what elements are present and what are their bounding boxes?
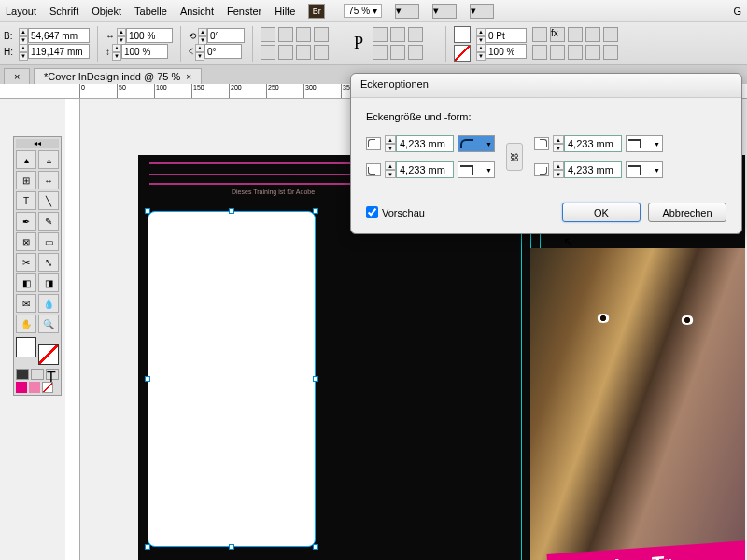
close-icon[interactable]: ×	[186, 72, 191, 82]
menu-right[interactable]: G	[733, 6, 741, 17]
selection-tool[interactable]: ▴	[16, 150, 36, 169]
scissors-tool[interactable]: ✂	[16, 253, 36, 272]
screen-mode-dropdown[interactable]: ▾	[432, 4, 457, 19]
top-left-shape[interactable]: ▼	[458, 135, 495, 152]
bottom-left-size[interactable]	[396, 161, 454, 178]
distribute-icon[interactable]	[278, 45, 293, 60]
scaley-field[interactable]	[121, 44, 168, 59]
selection-handle[interactable]	[145, 376, 150, 382]
selection-handle[interactable]	[145, 208, 150, 214]
flip-v-icon[interactable]	[278, 27, 293, 42]
free-transform-tool[interactable]: ⤡	[38, 253, 59, 272]
ok-button[interactable]: OK	[562, 203, 641, 222]
align-icon[interactable]	[261, 45, 275, 60]
menu-objekt[interactable]: Objekt	[92, 6, 121, 17]
apply-text-icon[interactable]: T	[46, 369, 59, 380]
menu-ansicht[interactable]: Ansicht	[180, 6, 214, 17]
bl-down[interactable]: ▼	[385, 170, 396, 178]
tl-down[interactable]: ▼	[385, 144, 396, 152]
apply-gradient-icon[interactable]	[31, 369, 44, 380]
stroke-weight-field[interactable]	[486, 28, 527, 43]
bl-up[interactable]: ▲	[385, 161, 396, 170]
flip-h-icon[interactable]	[261, 27, 275, 42]
selection-handle[interactable]	[229, 544, 234, 550]
center-icon[interactable]	[314, 45, 329, 60]
note-tool[interactable]: ✉	[16, 294, 36, 313]
rotate-field[interactable]	[207, 28, 245, 43]
zoom-select[interactable]: 75 % ▾	[344, 4, 382, 18]
placed-image[interactable]: InDesign-Tr 12 h Video-Training & 8 rein…	[530, 248, 745, 560]
hand-tool[interactable]: ✋	[16, 315, 36, 333]
preview-checkbox[interactable]: Vorschau	[366, 206, 425, 218]
type-tool[interactable]: T	[16, 191, 36, 210]
color-none[interactable]	[42, 382, 53, 393]
arrange-dropdown[interactable]: ▾	[470, 4, 494, 19]
br-down[interactable]: ▼	[553, 170, 564, 178]
selection-handle[interactable]	[313, 208, 318, 214]
br-up[interactable]: ▲	[553, 161, 564, 170]
promo-box[interactable]: InDesign-Tr 12 h Video-Training & 8 rein…	[546, 539, 745, 560]
direct-selection-tool[interactable]: ▵	[38, 150, 59, 169]
rectangle-tool[interactable]: ▭	[38, 232, 59, 251]
rotate-ccw-icon[interactable]	[314, 27, 329, 42]
stroke-swatch[interactable]	[454, 45, 471, 62]
apply-color-icon[interactable]	[16, 369, 29, 380]
fit-icon[interactable]	[296, 45, 311, 60]
tab-close-left[interactable]: ×	[4, 68, 30, 84]
bottom-right-shape[interactable]: ▼	[626, 161, 663, 178]
menu-schrift[interactable]: Schrift	[49, 6, 78, 17]
cancel-button[interactable]: Abbrechen	[648, 203, 726, 222]
menu-hilfe[interactable]: Hilfe	[275, 6, 295, 17]
width-up[interactable]: ▲	[19, 28, 28, 36]
page-tool[interactable]: ⊞	[16, 171, 36, 189]
top-right-size[interactable]	[564, 135, 622, 152]
bottom-right-size[interactable]	[564, 161, 622, 178]
color-pink[interactable]	[29, 382, 40, 393]
tools-header[interactable]: ◂◂	[16, 139, 59, 148]
menu-layout[interactable]: Layout	[6, 6, 36, 17]
gap-tool[interactable]: ↔	[38, 171, 59, 189]
pencil-tool[interactable]: ✎	[38, 212, 59, 231]
tl-up[interactable]: ▲	[385, 135, 396, 144]
gradient-feather-tool[interactable]: ◨	[38, 273, 59, 292]
height-up[interactable]: ▲	[19, 44, 28, 52]
selection-handle[interactable]	[229, 208, 234, 214]
bottom-left-shape[interactable]: ▼	[458, 161, 495, 178]
pen-tool[interactable]: ✒	[16, 212, 36, 231]
selected-rectangle[interactable]	[148, 211, 316, 547]
dialog-title[interactable]: Eckenoptionen	[351, 74, 741, 98]
fill-swatch[interactable]	[454, 26, 471, 43]
opacity-field[interactable]	[486, 44, 527, 59]
scalex-field[interactable]	[126, 28, 173, 43]
link-corners-icon[interactable]: ⛓	[506, 143, 523, 171]
view-mode-dropdown[interactable]: ▾	[395, 4, 419, 19]
zoom-tool[interactable]: 🔍	[38, 315, 59, 333]
color-magenta[interactable]	[16, 382, 27, 393]
preview-check-input[interactable]	[366, 206, 378, 218]
fill-stroke-swatch[interactable]	[16, 337, 59, 365]
menu-tabelle[interactable]: Tabelle	[134, 6, 167, 17]
menu-fenster[interactable]: Fenster	[227, 6, 261, 17]
fill-color[interactable]	[16, 337, 36, 357]
width-field[interactable]	[28, 28, 90, 43]
selection-handle[interactable]	[145, 544, 150, 550]
rotate-cw-icon[interactable]	[296, 27, 311, 42]
height-field[interactable]	[28, 44, 90, 59]
rectangle-frame-tool[interactable]: ⊠	[16, 232, 36, 251]
selection-handle[interactable]	[313, 544, 318, 550]
eyedropper-tool[interactable]: 💧	[38, 294, 59, 313]
ruler-vertical[interactable]	[65, 99, 80, 560]
paragraph-icon[interactable]: P	[350, 34, 367, 53]
gradient-swatch-tool[interactable]: ◧	[16, 273, 36, 292]
selection-handle[interactable]	[313, 376, 318, 382]
top-right-shape[interactable]: ▼	[626, 135, 663, 152]
tr-down[interactable]: ▼	[553, 144, 564, 152]
shear-field[interactable]	[204, 44, 242, 59]
bridge-icon[interactable]: Br	[308, 4, 325, 19]
top-left-size[interactable]	[396, 135, 454, 152]
text-frame[interactable]: Dieses Training ist für Adobe	[232, 189, 315, 195]
tr-up[interactable]: ▲	[553, 135, 564, 144]
height-down[interactable]: ▼	[19, 52, 28, 61]
document-tab[interactable]: *Cover InDesign.indd @ 75 % ×	[34, 68, 202, 84]
stroke-color[interactable]	[38, 344, 59, 365]
